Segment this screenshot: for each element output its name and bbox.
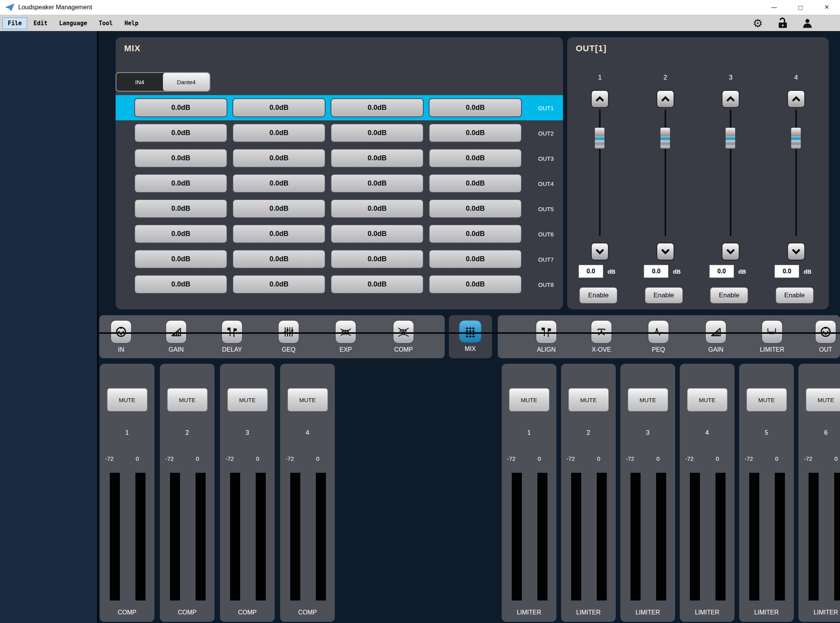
matrix-cell[interactable]: 0.0dB [429, 149, 522, 168]
din-connector-icon[interactable] [815, 320, 836, 344]
limiter-wave-icon[interactable] [762, 320, 783, 344]
crossover-icon[interactable] [591, 320, 612, 344]
graphic-eq-sliders-icon[interactable] [278, 320, 299, 344]
analog-input-toggle[interactable]: IN4 [116, 73, 163, 91]
matrix-row[interactable]: 0.0dB 0.0dB 0.0dB 0.0dB OUT1 [116, 95, 563, 120]
enable-button[interactable]: Enable [645, 287, 683, 304]
parametric-eq-icon[interactable] [648, 320, 669, 344]
chain-stage-exp[interactable]: EXP [322, 320, 369, 353]
matrix-cell[interactable]: 0.0dB [331, 174, 424, 193]
matrix-cell[interactable]: 0.0dB [134, 275, 227, 294]
unlock-padlock-icon[interactable] [776, 16, 789, 30]
mute-button[interactable]: MUTE [288, 388, 328, 411]
matrix-cell[interactable]: 0.0dB [429, 98, 522, 117]
matrix-cell[interactable]: 0.0dB [232, 174, 326, 193]
matrix-cell[interactable]: 0.0dB [232, 123, 326, 142]
matrix-cell[interactable]: 0.0dB [134, 199, 227, 218]
maximize-button[interactable]: □ [787, 0, 814, 15]
matrix-cell[interactable]: 0.0dB [232, 98, 326, 117]
matrix-cell[interactable]: 0.0dB [134, 149, 227, 168]
gain-decrement-button[interactable] [787, 243, 805, 260]
gain-increment-button[interactable] [656, 90, 674, 108]
gain-value-input[interactable]: 0.0 [774, 265, 799, 278]
enable-button[interactable]: Enable [579, 287, 617, 304]
matrix-cell[interactable]: 0.0dB [331, 199, 424, 218]
chain-stage-peq[interactable]: PEQ [635, 320, 682, 353]
gain-value-input[interactable]: 0.0 [578, 265, 603, 278]
matrix-cell[interactable]: 0.0dB [134, 250, 227, 269]
matrix-cell[interactable]: 0.0dB [429, 174, 522, 193]
menu-item[interactable]: Edit [28, 17, 53, 29]
chain-stage-align[interactable]: ALIGN [523, 320, 570, 353]
gain-ramp-icon[interactable] [166, 320, 187, 344]
matrix-cell[interactable]: 0.0dB [232, 199, 326, 218]
chain-stage-in[interactable]: IN [98, 320, 144, 353]
matrix-cell[interactable]: 0.0dB [429, 123, 522, 142]
matrix-row[interactable]: 0.0dB 0.0dB 0.0dB 0.0dB OUT2 [116, 120, 563, 146]
gain-decrement-button[interactable] [591, 243, 609, 260]
delay-flags-icon[interactable] [222, 320, 242, 344]
expander-curve-icon[interactable] [335, 320, 356, 344]
matrix-cell[interactable]: 0.0dB [331, 98, 424, 117]
menu-item[interactable]: Help [119, 17, 144, 29]
matrix-cell[interactable]: 0.0dB [331, 224, 424, 243]
gain-increment-button[interactable] [787, 90, 805, 108]
mute-button[interactable]: MUTE [806, 388, 840, 411]
matrix-row[interactable]: 0.0dB 0.0dB 0.0dB 0.0dB OUT6 [116, 221, 563, 246]
matrix-row[interactable]: 0.0dB 0.0dB 0.0dB 0.0dB OUT3 [116, 146, 563, 171]
matrix-cell[interactable]: 0.0dB [331, 123, 424, 142]
mute-button[interactable]: MUTE [568, 388, 609, 411]
align-flags-icon[interactable] [536, 320, 557, 344]
menu-item[interactable]: Language [54, 17, 92, 29]
chain-stage-out-gain[interactable]: GAIN [693, 320, 739, 353]
matrix-row[interactable]: 0.0dB 0.0dB 0.0dB 0.0dB OUT7 [116, 246, 563, 272]
compressor-curve-icon[interactable] [393, 320, 414, 344]
matrix-cell[interactable]: 0.0dB [429, 224, 522, 243]
fader-knob[interactable] [791, 127, 801, 149]
matrix-cell[interactable]: 0.0dB [331, 149, 424, 168]
matrix-row[interactable]: 0.0dB 0.0dB 0.0dB 0.0dB OUT8 [116, 272, 563, 297]
mute-button[interactable]: MUTE [628, 388, 668, 411]
enable-button[interactable]: Enable [710, 287, 748, 304]
gain-ramp-icon[interactable] [705, 320, 726, 344]
fader-knob[interactable] [725, 127, 736, 149]
minimize-button[interactable]: — [761, 0, 787, 15]
mute-button[interactable]: MUTE [746, 388, 787, 411]
din-connector-icon[interactable] [111, 320, 132, 344]
matrix-cell[interactable]: 0.0dB [134, 123, 227, 142]
mute-button[interactable]: MUTE [687, 388, 727, 411]
settings-gear-icon[interactable]: ⚙ [752, 16, 764, 30]
matrix-cell[interactable]: 0.0dB [134, 224, 227, 243]
matrix-cell[interactable]: 0.0dB [134, 98, 227, 117]
gain-decrement-button[interactable] [656, 243, 674, 260]
matrix-cell[interactable]: 0.0dB [429, 199, 522, 218]
dante-input-toggle[interactable]: Dante4 [163, 73, 210, 91]
chain-stage-xover[interactable]: X-OVE [578, 320, 625, 353]
chain-stage-mix-active[interactable]: MIX [447, 320, 494, 352]
matrix-cell[interactable]: 0.0dB [331, 275, 424, 294]
matrix-row[interactable]: 0.0dB 0.0dB 0.0dB 0.0dB OUT4 [116, 171, 563, 196]
matrix-cell[interactable]: 0.0dB [331, 250, 424, 269]
chain-stage-geq[interactable]: GEQ [265, 320, 312, 353]
mix-matrix-grid-icon[interactable] [459, 320, 481, 343]
matrix-row[interactable]: 0.0dB 0.0dB 0.0dB 0.0dB OUT5 [116, 196, 563, 221]
matrix-cell[interactable]: 0.0dB [232, 224, 326, 243]
mute-button[interactable]: MUTE [227, 388, 268, 411]
matrix-cell[interactable]: 0.0dB [232, 275, 326, 294]
mute-button[interactable]: MUTE [107, 388, 147, 411]
close-button[interactable]: ✕ [814, 0, 840, 15]
fader-knob[interactable] [660, 127, 670, 149]
gain-value-input[interactable]: 0.0 [644, 265, 669, 278]
gain-increment-button[interactable] [591, 90, 609, 108]
gain-decrement-button[interactable] [722, 243, 740, 260]
chain-stage-gain[interactable]: GAIN [153, 320, 199, 353]
enable-button[interactable]: Enable [776, 287, 814, 304]
matrix-cell[interactable]: 0.0dB [429, 275, 522, 294]
menu-item[interactable]: Tool [94, 17, 118, 29]
matrix-cell[interactable]: 0.0dB [232, 250, 326, 269]
gain-increment-button[interactable] [722, 90, 740, 108]
user-account-icon[interactable] [801, 16, 814, 30]
chain-stage-out[interactable]: OUT [802, 320, 840, 353]
mute-button[interactable]: MUTE [167, 388, 208, 411]
chain-stage-comp[interactable]: COMP [380, 320, 427, 353]
